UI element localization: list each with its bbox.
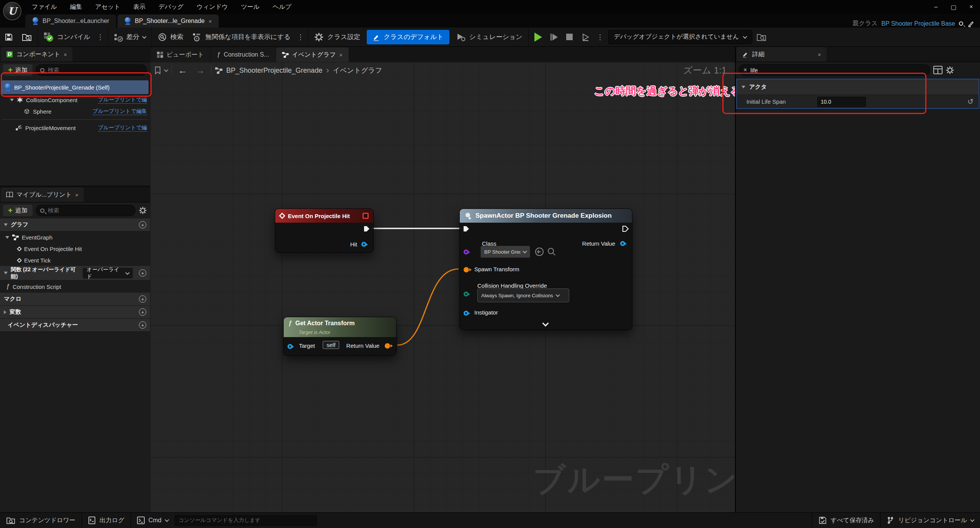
exec-in-pin[interactable] bbox=[463, 225, 470, 232]
tab-close-icon[interactable]: × bbox=[209, 18, 212, 24]
menu-view[interactable]: 表示 bbox=[127, 3, 152, 11]
spawn-transform-pin[interactable] bbox=[464, 267, 469, 272]
breadcrumb-leaf[interactable]: イベントグラフ bbox=[333, 66, 382, 75]
self-reference-box[interactable]: self bbox=[323, 341, 339, 349]
play-button[interactable] bbox=[530, 28, 546, 47]
add-graph-button[interactable]: + bbox=[139, 221, 146, 228]
graph-section-header[interactable]: グラフ + bbox=[0, 218, 150, 231]
construction-script-row[interactable]: ƒ Construction Script bbox=[0, 280, 150, 293]
menu-help[interactable]: ヘルプ bbox=[266, 3, 298, 11]
tab-viewport[interactable]: ビューポート bbox=[151, 47, 210, 62]
hit-pin[interactable] bbox=[361, 242, 366, 247]
menu-edit[interactable]: 編集 bbox=[64, 3, 89, 11]
minimize-button[interactable]: – bbox=[927, 0, 945, 14]
component-row-sphere[interactable]: Sphere ブループリントで編集 bbox=[0, 106, 150, 117]
menu-asset[interactable]: アセット bbox=[89, 3, 127, 11]
node-header[interactable]: Event On Projectile Hit bbox=[275, 209, 373, 223]
search-icon[interactable] bbox=[959, 21, 963, 26]
chevron-down-icon[interactable] bbox=[164, 68, 168, 72]
components-search-input[interactable]: 検索 bbox=[36, 64, 147, 76]
edit-in-blueprint-link[interactable]: ブループリントで編 bbox=[98, 96, 147, 104]
save-all-status-button[interactable]: すべて保存済み bbox=[812, 513, 880, 528]
output-log-button[interactable]: 出力ログ bbox=[82, 513, 131, 528]
revision-control-button[interactable]: リビジョンコントロール bbox=[880, 513, 980, 528]
add-blueprint-item-button[interactable]: + 追加 bbox=[3, 205, 33, 216]
clear-search-icon[interactable]: × bbox=[743, 67, 747, 73]
component-row-projectile[interactable]: ProjectileMovement ブループリントで編 bbox=[0, 122, 150, 134]
compile-options-kebab[interactable]: ⋮ bbox=[95, 33, 106, 41]
nav-forward-arrow[interactable]: → bbox=[193, 65, 207, 76]
browse-content-button[interactable] bbox=[18, 28, 36, 47]
return-value-pin[interactable] bbox=[620, 241, 625, 246]
node-header[interactable]: SpawnActor BP Shooter Grenade Explosion bbox=[460, 209, 632, 223]
tab-close-icon[interactable]: × bbox=[339, 52, 343, 58]
component-row-collision[interactable]: CollisionComponent ブループリントで編 bbox=[0, 94, 150, 106]
component-row-self[interactable]: BP_ShooterProjectile_Grenade (Self) bbox=[2, 80, 149, 94]
unreal-logo-icon[interactable]: U bbox=[3, 2, 21, 20]
exec-out-pin[interactable] bbox=[622, 225, 629, 232]
details-settings-gear-icon[interactable] bbox=[946, 66, 954, 75]
frame-skip-button[interactable] bbox=[546, 28, 562, 47]
instigator-pin[interactable] bbox=[464, 311, 469, 316]
debug-object-dropdown[interactable]: デバッグオブジェクトが選択されていません bbox=[608, 30, 753, 44]
my-blueprint-tab[interactable]: マイブル...プリント × bbox=[1, 187, 84, 202]
console-command-input[interactable]: コンソールコマンドを入力します bbox=[175, 515, 317, 526]
dispatchers-section-header[interactable]: イベントディスパッチャー + bbox=[0, 319, 150, 332]
class-settings-button[interactable]: クラス設定 bbox=[310, 28, 364, 47]
menu-file[interactable]: ファイル bbox=[25, 3, 64, 11]
display-filter-icon[interactable] bbox=[933, 66, 942, 74]
tab-construction-script[interactable]: ƒ Construction S... bbox=[211, 47, 275, 62]
breadcrumb-root[interactable]: BP_ShooterProjectile_Grenade bbox=[226, 67, 322, 75]
graph-canvas[interactable]: ← → BP_ShooterProjectile_Grenade › イベントグ… bbox=[150, 62, 735, 512]
node-get-actor-transform[interactable]: ƒ Get Actor Transform Target is Actor Ta… bbox=[283, 317, 397, 356]
initial-life-span-value[interactable]: 10.0 bbox=[817, 97, 866, 107]
debug-browse-button[interactable] bbox=[752, 28, 771, 47]
add-dispatcher-button[interactable]: + bbox=[139, 321, 146, 329]
bookmark-icon[interactable] bbox=[155, 67, 161, 74]
collision-handling-pin[interactable] bbox=[464, 292, 469, 297]
play-options-kebab[interactable]: ⋮ bbox=[595, 33, 606, 41]
node-spawn-actor[interactable]: SpawnActor BP Shooter Grenade Explosion … bbox=[459, 209, 632, 330]
add-macro-button[interactable]: + bbox=[139, 295, 146, 303]
settings-gear-icon[interactable] bbox=[139, 206, 147, 215]
parent-class-link[interactable]: BP Shooter Projectile Base bbox=[881, 20, 955, 27]
simulation-button[interactable]: シミュレーション bbox=[452, 28, 527, 47]
close-button[interactable]: × bbox=[962, 0, 980, 14]
exec-out-pin[interactable] bbox=[363, 225, 370, 232]
actor-category-header[interactable]: アクタ bbox=[737, 79, 979, 95]
edit-in-blueprint-link[interactable]: ブループリントで編 bbox=[98, 124, 147, 132]
node-header[interactable]: ƒ Get Actor Transform Target is Actor bbox=[284, 317, 396, 337]
browse-to-asset-icon[interactable] bbox=[535, 247, 544, 256]
panel-close-icon[interactable]: × bbox=[75, 192, 78, 198]
class-pin[interactable] bbox=[464, 249, 469, 254]
add-variable-button[interactable]: + bbox=[139, 308, 146, 316]
collision-handling-dropdown[interactable]: Always Spawn, Ignore Collisions bbox=[477, 288, 569, 302]
stop-button[interactable] bbox=[562, 28, 577, 47]
details-tab[interactable]: 詳細 × bbox=[737, 47, 826, 62]
hide-options-kebab[interactable]: ⋮ bbox=[295, 33, 306, 41]
hide-unrelated-button[interactable]: 無関係な項目を非表示にする bbox=[188, 28, 295, 47]
menu-debug[interactable]: デバッグ bbox=[152, 3, 190, 11]
diff-button[interactable]: 差分 bbox=[109, 28, 150, 47]
menu-window[interactable]: ウィンドウ bbox=[190, 3, 235, 11]
panel-close-icon[interactable]: × bbox=[64, 51, 67, 58]
find-button[interactable]: 検索 bbox=[154, 28, 188, 47]
add-component-button[interactable]: + 追加 bbox=[3, 64, 33, 76]
possess-button[interactable] bbox=[577, 28, 595, 47]
nav-back-arrow[interactable]: ← bbox=[176, 65, 189, 76]
class-defaults-button[interactable]: クラスのデフォルト bbox=[367, 30, 449, 44]
macro-section-header[interactable]: マクロ + bbox=[0, 293, 150, 306]
variables-section-header[interactable]: 変数 + bbox=[0, 306, 150, 319]
panel-close-icon[interactable]: × bbox=[818, 51, 821, 58]
maximize-button[interactable]: ▢ bbox=[945, 0, 962, 14]
functions-section-header[interactable]: 関数 (22 オーバーライド可能) オーバーライド + bbox=[0, 266, 150, 280]
my-blueprint-search-input[interactable]: 検索 bbox=[36, 205, 136, 216]
event-tick-row[interactable]: Event Tick bbox=[0, 254, 150, 266]
expand-arrow-icon[interactable] bbox=[10, 99, 14, 101]
override-dropdown[interactable]: オーバーライド bbox=[83, 268, 133, 279]
reset-to-default-icon[interactable]: ↺ bbox=[967, 97, 973, 106]
details-search-input[interactable]: × life bbox=[739, 64, 930, 76]
components-tab[interactable]: コンポーネント × bbox=[1, 47, 72, 62]
edit-in-blueprint-link[interactable]: ブループリントで編集 bbox=[93, 108, 147, 115]
class-select-dropdown[interactable]: BP Shooter Gren bbox=[480, 246, 530, 258]
